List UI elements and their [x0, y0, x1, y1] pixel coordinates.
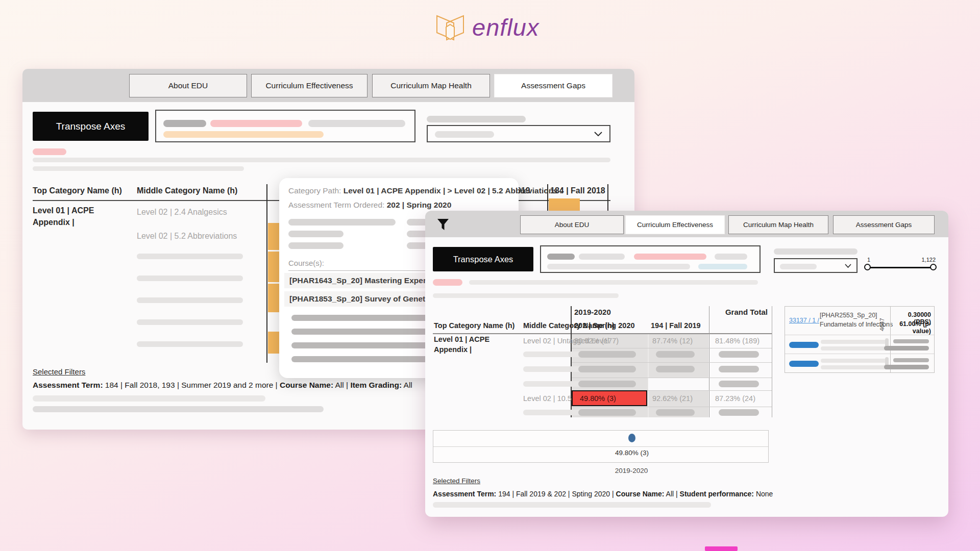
transpose-axes-label: Transpose Axes — [56, 121, 126, 132]
column-divider — [709, 306, 709, 417]
placeholder-pill — [291, 329, 439, 335]
cell-grand-total-value[interactable]: 81.48% (189) — [715, 337, 760, 345]
row-separator — [572, 407, 772, 407]
placeholder-pill — [578, 366, 636, 372]
tab-about-edu[interactable]: About EDU — [129, 74, 247, 97]
placeholder-pill — [291, 342, 439, 348]
placeholder-pill — [137, 254, 243, 259]
placeholder-pill — [719, 351, 759, 358]
placeholder-pill — [137, 319, 243, 325]
brand-logo: enflux — [434, 12, 567, 45]
tab-label: Curriculum Map Health — [390, 81, 472, 90]
rotated-count: 4647 — [879, 311, 885, 331]
row-top-category: Level 01 | ACPE Appendix | — [33, 205, 117, 228]
plot-axis-label: 2019-2020 — [601, 467, 662, 474]
empty-cell — [648, 378, 708, 390]
placeholder-pill — [288, 231, 344, 237]
placeholder-pill — [578, 351, 636, 358]
placeholder-pill — [163, 120, 206, 127]
chevron-down-icon — [594, 132, 602, 137]
bottom-accent-bar — [705, 546, 738, 551]
data-point-label: 49.80% (3) — [601, 449, 663, 457]
row-separator — [572, 348, 772, 348]
filter-chips-box[interactable] — [155, 110, 415, 142]
data-point-dot[interactable] — [628, 434, 635, 442]
column-divider — [772, 306, 772, 417]
tab-assessment-gaps[interactable]: Assessment Gaps — [494, 74, 612, 97]
column-divider — [266, 184, 267, 363]
placeholder-pill — [33, 148, 66, 155]
tooltip-category-path: Category Path: Level 01 | ACPE Appendix … — [288, 186, 562, 195]
highlighted-low-score-cell[interactable]: 49.80% (3) — [572, 390, 647, 406]
group-header-grand-total: Grand Total — [708, 308, 768, 316]
row-middle-category: Level 02 | 5.2 Abbreviations — [137, 232, 237, 241]
tab-curriculum-map-health[interactable]: Curriculum Map Health — [372, 74, 490, 97]
placeholder-pill — [308, 120, 405, 127]
placeholder-pill — [789, 361, 819, 367]
placeholder-pill — [288, 242, 344, 249]
dropdown-select[interactable] — [427, 125, 610, 142]
cell-fall-value[interactable]: 92.62% (21) — [652, 394, 693, 403]
col-header-top-category: Top Category Name (h) — [434, 321, 514, 330]
placeholder-pill — [719, 381, 759, 387]
placeholder-pill — [137, 276, 243, 281]
transpose-axes-button[interactable]: Transpose Axes — [33, 112, 149, 141]
placeholder-pill — [291, 356, 439, 362]
cell-fall-value[interactable]: 87.74% (12) — [652, 337, 693, 345]
placeholder-pill — [435, 131, 494, 138]
row-middle-category: Level 02 | 2.4 Analgesics — [137, 208, 227, 217]
cell-spring-value: 49.80% (3) — [573, 394, 616, 403]
placeholder-pill — [656, 351, 695, 358]
placeholder-pill — [893, 358, 929, 362]
course-detail-panel: 33137 / 1 / [PHAR2553_Sp_20] Fundametals… — [785, 306, 935, 373]
placeholder-pill — [719, 409, 759, 416]
column-gap — [648, 334, 649, 417]
placeholder-pill — [210, 120, 302, 127]
selected-filters-title: Selected Filters — [433, 477, 480, 485]
selected-filters-title: Selected Filters — [33, 367, 85, 376]
placeholder-pill — [884, 346, 929, 350]
course-id-link[interactable]: 33137 / 1 / — [789, 317, 819, 324]
category-path-label: Category Path: — [288, 186, 344, 195]
placeholder-pill — [884, 365, 929, 369]
placeholder-pill — [427, 116, 526, 122]
term-ordered-label: Assessment Term Ordered: — [288, 201, 387, 209]
placeholder-pill — [291, 315, 439, 321]
category-path-value: Level 01 | ACPE Appendix | > Level 02 | … — [344, 186, 562, 195]
placeholder-pill — [137, 341, 243, 347]
col-header-middle-category: Middle Category Name (h) — [137, 186, 237, 195]
cell-grand-total-value[interactable]: 87.23% (24) — [715, 394, 755, 403]
selected-filters-line: Assessment Term: 194 | Fall 2019 & 202 |… — [433, 490, 773, 498]
placeholder-bar — [33, 406, 324, 412]
placeholder-pill — [656, 409, 695, 416]
placeholder-pill — [578, 381, 636, 387]
placeholder-pill — [821, 359, 887, 363]
placeholder-pill — [789, 342, 819, 348]
stat-p-value: 61.00% (p-value) — [887, 320, 931, 335]
placeholder-pill — [656, 366, 695, 372]
curriculum-effectiveness-window: About EDU Curriculum Effectiveness Curri… — [425, 211, 948, 517]
plot-midline — [433, 446, 768, 447]
tab-curriculum-effectiveness[interactable]: Curriculum Effectiveness — [251, 74, 368, 97]
placeholder-pill — [893, 339, 929, 343]
placeholder-bar — [433, 502, 711, 508]
panel-row — [785, 354, 934, 373]
placeholder-bar — [33, 158, 610, 162]
term-ordered-value: 202 | Spring 2020 — [387, 201, 452, 209]
placeholder-pill — [288, 219, 396, 226]
placeholder-pill — [163, 131, 324, 138]
placeholder-bar — [33, 166, 244, 171]
placeholder-pill — [821, 340, 887, 344]
col-header-top-category: Top Category Name (h) — [33, 186, 122, 195]
placeholder-pill — [578, 409, 636, 416]
row-separator — [572, 362, 772, 363]
tab-label: About EDU — [168, 81, 208, 90]
col-header-fall-2019: 194 | Fall 2019 — [651, 321, 701, 330]
courses-label: Course(s): — [288, 259, 324, 267]
dot-plot: 49.80% (3) — [433, 430, 769, 463]
placeholder-pill — [821, 346, 887, 350]
cell-spring-value[interactable]: 80.92% (177) — [574, 337, 619, 345]
page: enflux About EDU Curriculum Effectivenes… — [0, 0, 980, 551]
placeholder-pill — [821, 365, 887, 369]
tooltip-term-ordered: Assessment Term Ordered: 202 | Spring 20… — [288, 201, 451, 210]
